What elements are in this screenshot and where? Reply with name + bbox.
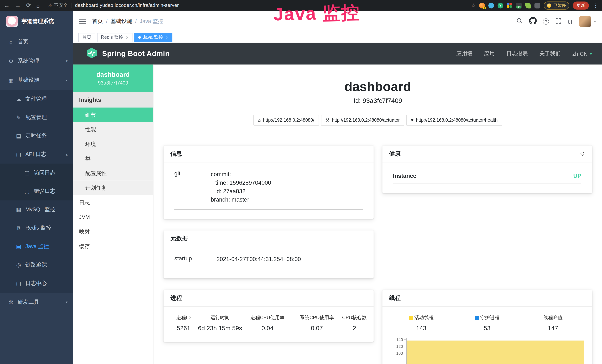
chevron-down-icon: ▾ — [66, 300, 67, 304]
hamburger-icon[interactable] — [79, 19, 86, 24]
threads-chart: 140 120 100 — [388, 337, 586, 364]
bookmark-star-icon[interactable]: ☆ — [471, 2, 476, 8]
process-col-header: 进程CPU使用率 — [243, 314, 292, 321]
help-icon[interactable]: ? — [543, 18, 549, 24]
sba-item-jvm[interactable]: JVM — [73, 210, 153, 224]
sidebar-item-tracing[interactable]: ◎ 链路追踪 — [0, 256, 73, 274]
sidebar-item-label: 系统管理 — [18, 58, 39, 64]
address-bar[interactable]: ⚠ 不安全 dashboard.yudao.iocoder.cn/infra/a… — [48, 2, 179, 9]
legend-swatch-live — [409, 316, 413, 320]
process-col-header: 进程ID — [170, 314, 197, 321]
extension-orange-icon[interactable]: 1 — [479, 2, 485, 8]
info-key: git — [174, 170, 211, 204]
sba-nav-about[interactable]: 关于我们 — [539, 50, 561, 57]
sidebar-item-redis-monitor[interactable]: ⧉ Redis 监控 — [0, 219, 73, 237]
instance-detail: dashboard Id: 93a3fc7f7409 ⌂ http://192.… — [153, 64, 602, 364]
sidebar-item-error-logs[interactable]: ▢ 错误日志 — [0, 182, 73, 201]
sba-brand[interactable]: Spring Boot Admin — [86, 47, 170, 60]
extensions-puzzle-icon[interactable] — [535, 2, 540, 8]
insights-item-scheduled-tasks[interactable]: 计划任务 — [73, 181, 153, 195]
sidebar-item-file-management[interactable]: ☁ 文件管理 — [0, 90, 73, 108]
user-avatar[interactable] — [580, 16, 591, 27]
insights-item-performance[interactable]: 性能 — [73, 122, 153, 137]
sidebar-item-mysql-monitor[interactable]: ▦ MySQL 监控 — [0, 201, 73, 219]
sidebar-item-scheduled-tasks[interactable]: ▤ 定时任务 — [0, 127, 73, 145]
sba-nav-wallboard[interactable]: 应用墙 — [456, 50, 473, 57]
legend-value: 143 — [388, 325, 454, 332]
reload-icon[interactable]: ⟳ — [26, 2, 31, 9]
link-label: http://192.168.0.2:48080/ — [263, 118, 314, 123]
github-icon[interactable] — [529, 17, 537, 26]
sidebar-item-config-management[interactable]: ✎ 配置管理 — [0, 108, 73, 127]
sidebar-item-infrastructure[interactable]: ▦ 基础设施 ▴ — [0, 71, 73, 90]
history-icon[interactable]: ↺ — [580, 150, 585, 157]
tab-redis-monitor[interactable]: Redis 监控 × — [97, 33, 133, 42]
font-size-icon[interactable]: tT — [568, 18, 573, 25]
sidebar-item-label: 定时任务 — [25, 132, 47, 139]
insights-section-label[interactable]: Insights — [73, 92, 153, 107]
sba-nav-journal[interactable]: 日志报表 — [506, 50, 528, 57]
home-icon[interactable]: ⌂ — [36, 2, 40, 9]
browser-menu-icon[interactable]: ⋮ — [593, 2, 598, 8]
fullscreen-icon[interactable] — [555, 17, 562, 25]
screen-icon: ▣ — [15, 244, 22, 250]
sba-item-mappings[interactable]: 映射 — [73, 224, 153, 239]
sidebar-item-access-logs[interactable]: ▢ 访问日志 — [0, 163, 73, 182]
sidebar-item-label: 链路追踪 — [25, 261, 47, 268]
sba-header: Spring Boot Admin 应用墙 应用 日志报表 关于我们 zh-CN… — [73, 43, 602, 64]
extension-drop-icon[interactable] — [488, 2, 494, 8]
chevron-up-icon: ▴ — [66, 78, 67, 82]
sidebar-item-label: 日志中心 — [25, 280, 47, 287]
sidebar-item-dev-tools[interactable]: ⚒ 研发工具 ▾ — [0, 293, 73, 312]
sba-logo-icon — [86, 47, 97, 60]
update-button[interactable]: 更新 — [573, 1, 589, 9]
link-actuator[interactable]: ⚒ http://192.168.0.2:48080/actuator — [321, 115, 404, 126]
locale-selector[interactable]: zh-CN ▾ — [572, 51, 592, 57]
sba-item-caches[interactable]: 缓存 — [73, 239, 153, 254]
sidebar-item-system-management[interactable]: ⚙ 系统管理 ▾ — [0, 51, 73, 71]
sidebar-item-label: Redis 监控 — [25, 225, 51, 231]
close-icon[interactable]: × — [126, 35, 129, 40]
heart-icon: ♥ — [411, 118, 414, 123]
extension-y-icon[interactable]: Y — [498, 2, 503, 8]
insights-item-details[interactable]: 细节 — [73, 107, 153, 122]
extension-grid-icon[interactable] — [507, 2, 512, 8]
breadcrumb-infrastructure[interactable]: 基础设施 — [110, 18, 132, 25]
info-line: time: 1596289704000 — [211, 179, 271, 187]
sidebar-item-label: Java 监控 — [25, 243, 49, 250]
top-navbar: 首页 / 基础设施 / Java 监控 ? — [73, 11, 602, 32]
forward-icon[interactable]: → — [15, 2, 21, 9]
paused-badge[interactable]: 已暂停 — [544, 1, 569, 9]
instance-sidebar: dashboard 93a3fc7f7409 Insights 细节 性能 环境… — [73, 64, 153, 364]
browser-chrome: ← → ⟳ ⌂ ⚠ 不安全 dashboard.yudao.iocoder.cn… — [0, 0, 602, 11]
sidebar-item-label: 配置管理 — [25, 114, 47, 121]
link-root[interactable]: ⌂ http://192.168.0.2:48080/ — [253, 115, 319, 126]
sidebar-item-api-logs[interactable]: ▢ API 日志 ▴ — [0, 145, 73, 163]
insights-item-environment[interactable]: 环境 — [73, 137, 153, 151]
sidebar-item-label: MySQL 监控 — [25, 206, 55, 213]
insights-item-config-props[interactable]: 配置属性 — [73, 166, 153, 181]
sidebar-item-home[interactable]: ⌂ 首页 — [0, 32, 73, 52]
extension-on-icon[interactable]: on — [516, 2, 522, 8]
tab-java-monitor[interactable]: Java 监控 × — [134, 33, 172, 42]
sba-nav-applications[interactable]: 应用 — [484, 50, 495, 57]
breadcrumb-home[interactable]: 首页 — [92, 18, 103, 25]
sba-item-logs[interactable]: 日志 — [73, 195, 153, 210]
paused-emoji-icon — [547, 3, 551, 8]
instance-header[interactable]: dashboard 93a3fc7f7409 — [73, 64, 153, 92]
sidebar-item-java-monitor[interactable]: ▣ Java 监控 — [0, 237, 73, 256]
link-health[interactable]: ♥ http://192.168.0.2:48080/actuator/heal… — [406, 115, 502, 126]
back-icon[interactable]: ← — [4, 2, 10, 9]
search-icon[interactable] — [516, 17, 523, 26]
sidebar-item-log-center[interactable]: ▢ 日志中心 — [0, 274, 73, 293]
process-table: 进程ID5261 运行时间6d 23h 15m 59s 进程CPU使用率0.04… — [170, 313, 367, 333]
tab-home[interactable]: 首页 — [78, 33, 95, 42]
layers-icon: ⧉ — [15, 225, 22, 231]
extension-leaf-icon[interactable] — [525, 2, 531, 8]
tags-bar: 首页 Redis 监控 × Java 监控 × — [73, 32, 602, 43]
insights-item-classes[interactable]: 类 — [73, 151, 153, 166]
metadata-key: startup — [174, 255, 216, 264]
url-text[interactable]: dashboard.yudao.iocoder.cn/infra/admin-s… — [75, 3, 179, 8]
close-icon[interactable]: × — [166, 35, 169, 40]
process-col-header: 系统CPU使用率 — [292, 314, 342, 321]
